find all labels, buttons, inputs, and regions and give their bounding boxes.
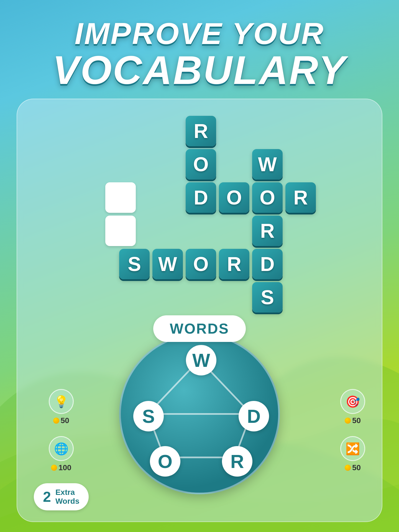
coin-icon: [53, 418, 59, 424]
mystery-cost: 100: [51, 463, 71, 472]
wheel-letter-S[interactable]: S: [133, 401, 164, 431]
title-line2: VOCABULARY: [0, 50, 399, 90]
game-panel: R O W D O O R R S W O R D S WORDS: [17, 99, 382, 522]
powerup-left-group: 💡 50 🌐 100 2 Extra Words: [34, 389, 89, 510]
letter-tile-D: D: [186, 182, 216, 213]
letter-tile-O4: O: [186, 249, 216, 279]
letter-tile-S1: S: [119, 249, 150, 279]
hint-button[interactable]: 💡 50: [34, 389, 89, 425]
letter-tile-O3: O: [252, 182, 283, 213]
letter-tile-W: W: [252, 149, 283, 180]
coin-icon2: [51, 465, 57, 471]
blank-tile: [105, 216, 136, 246]
letter-wheel[interactable]: W S D O R: [119, 334, 280, 494]
reveal-cost: 50: [345, 416, 361, 425]
mystery-button[interactable]: 🌐 100: [34, 436, 89, 472]
words-badge: WORDS: [153, 315, 246, 342]
coin-icon3: [345, 418, 351, 424]
shuffle-button[interactable]: 🔀 50: [340, 436, 365, 472]
shuffle-icon: 🔀: [340, 436, 365, 461]
wheel-letter-D[interactable]: D: [239, 401, 269, 431]
letter-tile-O2: O: [219, 182, 249, 213]
hint-cost: 50: [53, 416, 69, 425]
blank-tile: [105, 182, 136, 213]
title-section: IMPROVE YOUR VOCABULARY: [0, 0, 399, 99]
wheel-letter-R[interactable]: R: [222, 446, 252, 477]
crossword-grid: R O W D O O R R S W O R D S: [100, 116, 299, 304]
letter-tile-D2: D: [252, 249, 283, 279]
powerup-right-group: 🎯 50 🔀 50: [340, 389, 365, 472]
reveal-icon: 🎯: [340, 389, 365, 414]
reveal-button[interactable]: 🎯 50: [340, 389, 365, 425]
extra-words-count: 2: [43, 488, 51, 505]
letter-tile-R4: R: [219, 249, 249, 279]
hint-icon: 💡: [49, 389, 74, 414]
wheel-letter-W[interactable]: W: [186, 345, 216, 375]
coin-icon4: [345, 465, 351, 471]
title-line1: IMPROVE YOUR: [0, 17, 399, 50]
mystery-icon: 🌐: [49, 436, 74, 461]
letter-tile-S2: S: [252, 282, 283, 313]
letter-tile-R3: R: [252, 216, 283, 246]
letter-tile-W2: W: [152, 249, 183, 279]
letter-tile-R2: R: [285, 182, 316, 213]
letter-tile-R1: R: [186, 116, 216, 146]
shuffle-cost: 50: [345, 463, 361, 472]
wheel-letter-O[interactable]: O: [150, 446, 180, 477]
letter-tile-O1: O: [186, 149, 216, 180]
extra-words-badge[interactable]: 2 Extra Words: [34, 483, 89, 510]
extra-words-text: Extra Words: [55, 488, 80, 506]
